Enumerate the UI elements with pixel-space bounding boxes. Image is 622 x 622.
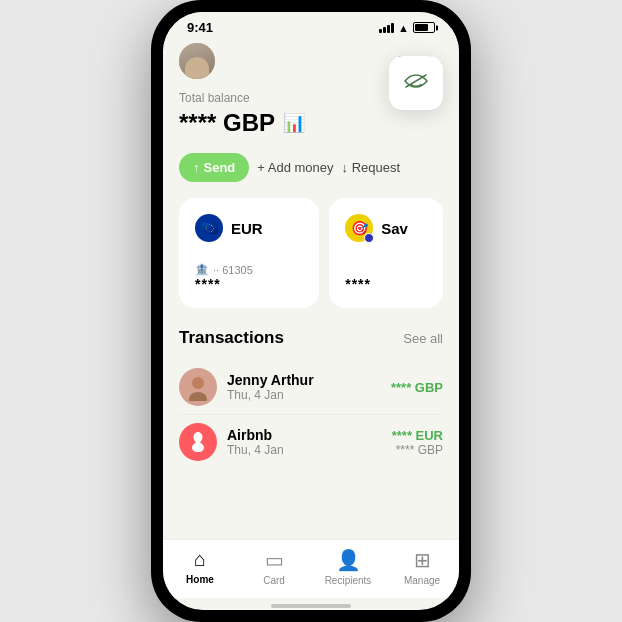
jenny-amount: **** GBP — [391, 380, 443, 395]
airbnb-amount-gbp: **** GBP — [392, 443, 443, 457]
eur-card-number: **** — [195, 276, 303, 292]
phone-frame: 9:41 ▲ — [151, 0, 471, 622]
bottom-nav: ⌂ Home ▭ Card 👤 Recipients ⊞ Manage — [163, 539, 459, 598]
nav-recipients[interactable]: 👤 Recipients — [311, 548, 385, 586]
add-money-button[interactable]: + Add money — [257, 160, 333, 175]
jenny-avatar — [179, 368, 217, 406]
transactions-title: Transactions — [179, 328, 284, 348]
card-account-row: 🏦 ·· 61305 — [195, 263, 303, 276]
transactions-section: Transactions See all Jenny Arthur Thu, 4… — [179, 328, 443, 469]
savings-card-number: **** — [345, 276, 427, 292]
see-all-link[interactable]: See all — [403, 331, 443, 346]
airbnb-amount-eur: **** EUR — [392, 428, 443, 443]
add-money-label: + Add money — [257, 160, 333, 175]
building-icon: 🏦 — [195, 263, 209, 276]
airbnb-date: Thu, 4 Jan — [227, 443, 382, 457]
send-button[interactable]: ↑ Send — [179, 153, 249, 182]
main-content: Earn £... Total balance **** GBP 📊 ↑ Sen… — [163, 39, 459, 539]
nav-home[interactable]: ⌂ Home — [163, 548, 237, 586]
status-time: 9:41 — [187, 20, 213, 35]
airbnb-avatar — [179, 423, 217, 461]
avatar[interactable] — [179, 43, 215, 79]
balance-value: **** GBP — [179, 109, 275, 137]
status-icons: ▲ — [379, 22, 435, 34]
jenny-date: Thu, 4 Jan — [227, 388, 381, 402]
balance-visibility-tooltip[interactable] — [389, 56, 443, 110]
cards-row: 🇪🇺 EUR 🏦 ·· 61305 **** — [179, 198, 443, 308]
svg-point-0 — [192, 377, 204, 389]
eur-currency-label: EUR — [231, 220, 263, 237]
manage-icon: ⊞ — [414, 548, 431, 572]
eur-card[interactable]: 🇪🇺 EUR 🏦 ·· 61305 **** — [179, 198, 319, 308]
manage-label: Manage — [404, 575, 440, 586]
home-label: Home — [186, 574, 214, 585]
nav-manage[interactable]: ⊞ Manage — [385, 548, 459, 586]
card-icon: ▭ — [265, 548, 284, 572]
card-label: Card — [263, 575, 285, 586]
savings-label: Sav — [381, 220, 408, 237]
send-arrow-icon: ↑ — [193, 160, 200, 175]
transaction-item[interactable]: Jenny Arthur Thu, 4 Jan **** GBP — [179, 360, 443, 415]
airbnb-info: Airbnb Thu, 4 Jan — [227, 427, 382, 457]
request-button[interactable]: ↓ Request — [342, 160, 401, 175]
savings-icon: 🎯 — [345, 214, 373, 242]
balance-amount: **** GBP 📊 — [179, 109, 443, 137]
nav-card[interactable]: ▭ Card — [237, 548, 311, 586]
recipients-icon: 👤 — [336, 548, 361, 572]
wifi-icon: ▲ — [398, 22, 409, 34]
account-number: ·· 61305 — [213, 264, 253, 276]
jenny-amount-value: **** GBP — [391, 380, 443, 395]
recipients-label: Recipients — [325, 575, 372, 586]
jenny-name: Jenny Arthur — [227, 372, 381, 388]
transaction-item[interactable]: Airbnb Thu, 4 Jan **** EUR **** GBP — [179, 415, 443, 469]
chart-icon[interactable]: 📊 — [283, 112, 305, 134]
battery-icon — [413, 22, 435, 33]
savings-card[interactable]: 🎯 Sav **** — [329, 198, 443, 308]
status-bar: 9:41 ▲ — [163, 12, 459, 39]
action-buttons: ↑ Send + Add money ↓ Request — [179, 153, 443, 182]
airbnb-name: Airbnb — [227, 427, 382, 443]
jenny-info: Jenny Arthur Thu, 4 Jan — [227, 372, 381, 402]
svg-point-1 — [189, 392, 207, 401]
phone-screen: 9:41 ▲ — [163, 12, 459, 610]
eu-flag-icon: 🇪🇺 — [195, 214, 223, 242]
airbnb-amount: **** EUR **** GBP — [392, 428, 443, 457]
home-icon: ⌂ — [194, 548, 206, 571]
home-indicator — [271, 604, 351, 608]
request-label: ↓ Request — [342, 160, 401, 175]
signal-bars-icon — [379, 23, 394, 33]
transactions-header: Transactions See all — [179, 328, 443, 348]
eye-closed-icon — [403, 70, 429, 96]
